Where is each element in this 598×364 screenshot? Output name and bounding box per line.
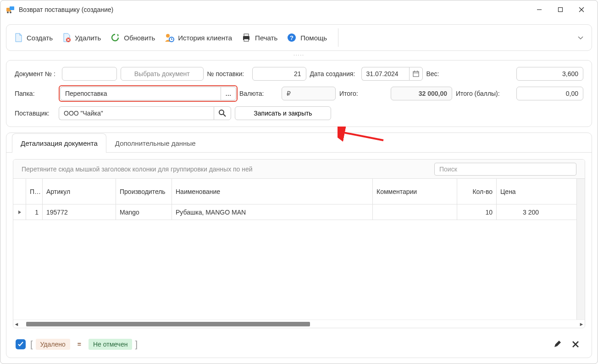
- group-hint: Перетяните сюда мышкой заголовок колонки…: [22, 165, 425, 173]
- col-number[interactable]: П…: [26, 179, 43, 204]
- currency-input: ₽: [282, 87, 336, 100]
- svg-rect-1: [10, 6, 14, 10]
- help-icon: ?: [287, 33, 297, 43]
- folder-browse-button[interactable]: …: [221, 87, 236, 100]
- cell-manufacturer: Mango: [116, 204, 172, 220]
- doc-number-label: Документ № :: [15, 70, 58, 77]
- filter-field-chip: Удалено: [36, 339, 70, 350]
- history-icon: [164, 33, 174, 43]
- points-input[interactable]: 0,00: [516, 87, 583, 100]
- weight-input[interactable]: 3,600: [516, 67, 583, 81]
- form-panel: Документ № : Выбрать документ № поставки…: [6, 60, 592, 127]
- window-title: Возврат поставщику (создание): [19, 6, 529, 13]
- col-manufacturer[interactable]: Производитель: [116, 179, 172, 204]
- refresh-icon: [110, 33, 120, 43]
- col-quantity[interactable]: Кол-во: [457, 179, 497, 204]
- scroll-left-arrow[interactable]: ◄: [13, 321, 20, 327]
- svg-rect-18: [413, 72, 419, 77]
- filter-edit-button[interactable]: [550, 337, 564, 351]
- minimize-button[interactable]: [529, 2, 550, 17]
- titlebar: Возврат поставщику (создание): [0, 0, 598, 19]
- splitter-handle[interactable]: .....: [6, 53, 592, 57]
- svg-rect-14: [244, 34, 249, 36]
- svg-text:?: ?: [290, 34, 293, 41]
- doc-number-input[interactable]: [62, 67, 117, 81]
- svg-line-23: [223, 114, 226, 116]
- help-button[interactable]: ? Помощь: [287, 33, 327, 43]
- currency-label: Валюта:: [239, 90, 278, 97]
- bracket-close: ]: [135, 339, 138, 350]
- scroll-thumb[interactable]: [26, 322, 310, 326]
- pencil-icon: [553, 340, 561, 348]
- col-price[interactable]: Цена: [497, 179, 543, 204]
- cell-quantity: 10: [457, 204, 497, 220]
- toolbar-overflow[interactable]: [577, 34, 584, 41]
- create-label: Создать: [27, 34, 53, 42]
- filter-checkbox[interactable]: [16, 339, 26, 349]
- close-button[interactable]: [571, 2, 592, 17]
- creation-date-input[interactable]: 31.07.2024: [361, 67, 409, 81]
- grid-vertical-scrollbar[interactable]: [576, 179, 585, 320]
- delete-doc-icon: [62, 33, 71, 43]
- tab-header: Детализация документа Дополнительные дан…: [6, 133, 592, 153]
- scroll-right-arrow[interactable]: ►: [578, 321, 585, 327]
- weight-label: Вес:: [426, 70, 442, 77]
- grid-header-row: П… Артикул Производитель Наименование Ко…: [13, 179, 576, 204]
- svg-rect-5: [559, 8, 563, 12]
- toolbar-separator: [338, 28, 338, 47]
- delivery-number-label: № поставки:: [207, 70, 249, 77]
- cell-price: 3 200: [497, 204, 543, 220]
- app-icon: [6, 6, 15, 13]
- maximize-button[interactable]: [550, 2, 571, 17]
- tab-panel: Детализация документа Дополнительные дан…: [6, 132, 592, 358]
- col-article[interactable]: Артикул: [43, 179, 116, 204]
- points-label: Итого (баллы):: [456, 90, 502, 97]
- filter-expression[interactable]: [ Удалено = Не отмечен ]: [30, 339, 138, 350]
- tab-detail[interactable]: Детализация документа: [12, 133, 106, 153]
- refresh-button[interactable]: Обновить: [110, 33, 155, 43]
- grid-search-input[interactable]: Поиск: [434, 163, 576, 176]
- col-name[interactable]: Наименование: [172, 179, 373, 204]
- history-button[interactable]: История клиента: [164, 33, 232, 43]
- filter-clear-button[interactable]: [569, 337, 582, 351]
- supplier-search-button[interactable]: [214, 106, 231, 120]
- print-button[interactable]: Печать: [241, 33, 277, 43]
- row-expander[interactable]: [13, 204, 26, 220]
- supplier-label: Поставщик:: [15, 110, 55, 117]
- tab-extra[interactable]: Дополнительные данные: [106, 133, 205, 153]
- col-comments[interactable]: Комментарии: [373, 179, 457, 204]
- grid-horizontal-scrollbar[interactable]: ◄ ►: [13, 320, 585, 328]
- svg-point-11: [166, 34, 170, 38]
- choose-document-button[interactable]: Выбрать документ: [121, 67, 204, 81]
- cell-number: 1: [26, 204, 43, 220]
- supplier-input[interactable]: ООО "Чайка": [59, 106, 214, 120]
- delete-label: Удалить: [75, 34, 101, 42]
- scroll-track[interactable]: [26, 321, 572, 327]
- col-expander[interactable]: [13, 179, 26, 204]
- save-and-close-button[interactable]: Записать и закрыть: [235, 106, 331, 120]
- grid-inner: П… Артикул Производитель Наименование Ко…: [13, 179, 585, 328]
- folder-input[interactable]: Перепоставка: [60, 87, 221, 100]
- print-label: Печать: [255, 34, 277, 42]
- svg-rect-15: [244, 39, 249, 41]
- main-toolbar: Создать Удалить Обновить История клиента…: [6, 24, 592, 51]
- filter-bar: [ Удалено = Не отмечен ]: [13, 337, 585, 351]
- calendar-button[interactable]: [409, 67, 423, 81]
- tab-body: Перетяните сюда мышкой заголовок колонки…: [6, 153, 592, 358]
- delivery-number-input[interactable]: 21: [252, 67, 306, 81]
- group-panel[interactable]: Перетяните сюда мышкой заголовок колонки…: [13, 160, 585, 179]
- svg-point-3: [10, 11, 11, 13]
- creation-date-field: 31.07.2024: [361, 67, 423, 81]
- window-controls: [529, 2, 592, 17]
- app-window: Возврат поставщику (создание) Создать Уд…: [0, 0, 598, 364]
- search-icon: [218, 109, 227, 117]
- new-doc-icon: [14, 33, 23, 43]
- create-button[interactable]: Создать: [14, 33, 53, 43]
- close-icon: [572, 341, 579, 348]
- table-row[interactable]: 1 195772 Mango Рубашка, MANGO MAN 10 3 2…: [13, 204, 576, 220]
- filter-operator: =: [73, 339, 86, 350]
- history-label: История клиента: [178, 34, 232, 42]
- delete-button[interactable]: Удалить: [62, 33, 101, 43]
- grid-body: 1 195772 Mango Рубашка, MANGO MAN 10 3 2…: [13, 204, 576, 320]
- svg-point-22: [219, 110, 224, 115]
